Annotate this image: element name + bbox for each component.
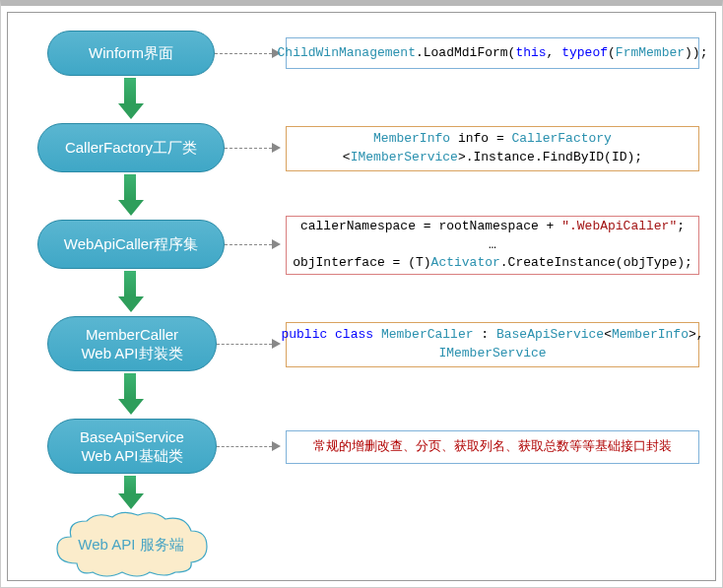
connector-arrow-icon [272,339,281,349]
diagram-canvas: Winform界面 ChildWinManagement.LoadMdiForm… [7,12,716,581]
node-label: WebApiCaller程序集 [64,234,198,254]
code-line: ChildWinManagement.LoadMdiForm(this, typ… [278,44,708,63]
connector [217,446,272,447]
node-winform: Winform界面 [47,31,215,76]
connector [215,53,272,54]
codebox-baseapiservice: 常规的增删改查、分页、获取列名、获取总数等等基础接口封装 [286,430,699,464]
code-line: <IMemberService>.Instance.FindByID(ID); [343,149,642,167]
connector-arrow-icon [272,143,281,153]
connector-arrow-icon [272,239,281,249]
arrow-down-icon [118,174,142,216]
arrow-down-icon [118,78,142,119]
node-label: Web API基础类 [81,446,182,466]
code-line: 常规的增删改查、分页、获取列名、获取总数等等基础接口封装 [313,438,672,457]
codebox-webapicaller: callerNamespace = rootNamespace + ".WebA… [286,216,699,275]
diagram-frame: Winform界面 ChildWinManagement.LoadMdiForm… [0,0,723,588]
codebox-membercaller: public class MemberCaller : BaseApiServi… [286,322,699,367]
arrow-down-icon [118,476,142,509]
arrow-down-icon [118,271,142,312]
connector [217,344,272,345]
arrow-down-icon [118,373,142,415]
code-line: callerNamespace = rootNamespace + ".WebA… [300,218,685,236]
codebox-callerfactory: MemberInfo info = CallerFactory <IMember… [286,126,699,171]
cloud-label: Web API 服务端 [47,509,215,580]
node-membercaller: MemberCaller Web API封装类 [47,316,217,371]
node-baseapiservice: BaseApiService Web API基础类 [47,419,217,474]
code-line: … [489,236,496,255]
connector [225,244,272,245]
node-label: Web API封装类 [81,344,182,363]
node-label: BaseApiService [80,427,184,447]
connector-arrow-icon [272,441,281,451]
node-cloud-webapi: Web API 服务端 [47,509,215,580]
codebox-winform: ChildWinManagement.LoadMdiForm(this, typ… [286,37,699,69]
code-line: MemberInfo info = CallerFactory [373,130,612,149]
connector [225,148,272,149]
code-line: IMemberService [438,345,546,363]
node-callerfactory: CallerFactory工厂类 [37,123,225,172]
node-label: MemberCaller [86,325,178,345]
node-label: Winform界面 [89,43,173,63]
code-line: objInterface = (T)Activator.CreateInstan… [293,254,692,273]
code-line: public class MemberCaller : BaseApiServi… [281,326,703,345]
node-webapicaller: WebApiCaller程序集 [37,220,225,269]
node-label: CallerFactory工厂类 [65,138,197,158]
